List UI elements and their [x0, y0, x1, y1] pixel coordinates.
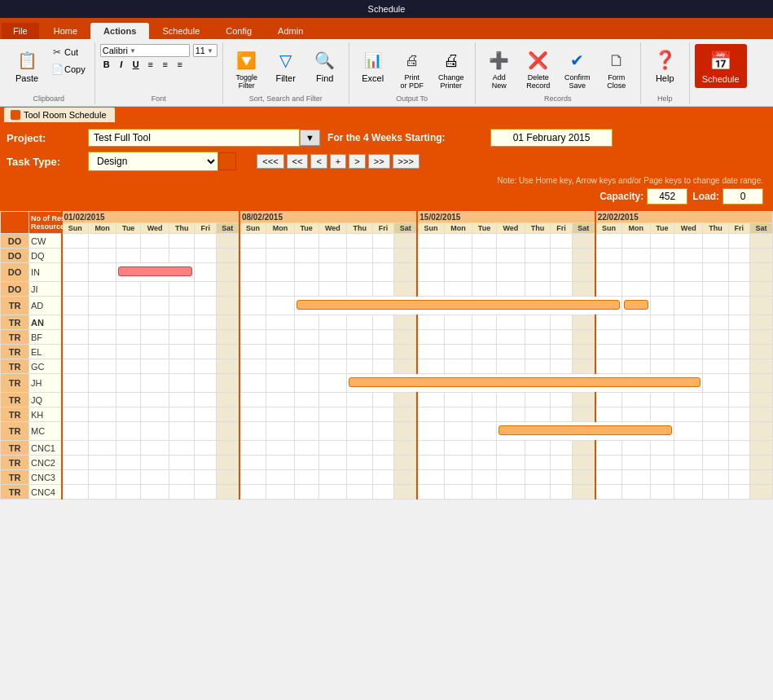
task-type-select[interactable]: Design: [88, 152, 218, 171]
day-cell[interactable]: [347, 345, 372, 359]
task-bar[interactable]: [349, 377, 701, 387]
day-cell[interactable]: [703, 470, 728, 485]
day-cell[interactable]: [266, 249, 294, 263]
day-cell[interactable]: [347, 374, 703, 393]
day-cell[interactable]: [417, 470, 444, 485]
day-cell[interactable]: [703, 393, 728, 407]
day-cell[interactable]: [347, 359, 372, 374]
day-cell[interactable]: [394, 407, 418, 422]
day-cell[interactable]: [62, 441, 89, 456]
day-cell[interactable]: [394, 359, 418, 374]
day-cell[interactable]: [266, 456, 294, 470]
day-cell[interactable]: [62, 359, 89, 374]
filter-button[interactable]: ▽ Filter: [267, 44, 305, 86]
day-cell[interactable]: [239, 441, 266, 456]
day-cell[interactable]: [294, 330, 318, 345]
day-cell[interactable]: [294, 234, 318, 249]
day-cell[interactable]: [62, 422, 89, 441]
day-cell[interactable]: [266, 282, 294, 297]
day-cell[interactable]: [417, 263, 444, 282]
day-cell[interactable]: [318, 470, 347, 485]
confirm-save-button[interactable]: ✔ ConfirmSave: [559, 44, 596, 93]
day-cell[interactable]: [141, 470, 169, 485]
day-cell[interactable]: [728, 456, 749, 470]
day-cell[interactable]: [622, 359, 650, 374]
day-cell[interactable]: [347, 282, 372, 297]
day-cell[interactable]: [318, 345, 347, 359]
day-cell[interactable]: [195, 249, 216, 263]
day-cell[interactable]: [347, 407, 372, 422]
day-cell[interactable]: [294, 297, 621, 315]
day-cell[interactable]: [622, 263, 650, 282]
project-dropdown[interactable]: ▼: [300, 130, 320, 146]
day-cell[interactable]: [525, 315, 550, 330]
day-cell[interactable]: [622, 249, 650, 263]
day-cell[interactable]: [239, 297, 266, 315]
day-cell[interactable]: [496, 407, 525, 422]
day-cell[interactable]: [703, 330, 728, 345]
day-cell[interactable]: [62, 407, 89, 422]
day-cell[interactable]: [444, 263, 472, 282]
day-cell[interactable]: [417, 422, 444, 441]
day-cell[interactable]: [195, 234, 216, 249]
day-cell[interactable]: [444, 330, 472, 345]
day-cell[interactable]: [674, 422, 703, 441]
day-cell[interactable]: [496, 456, 525, 470]
day-cell[interactable]: [116, 315, 141, 330]
day-cell[interactable]: [266, 345, 294, 359]
day-cell[interactable]: [728, 345, 749, 359]
day-cell[interactable]: [294, 393, 318, 407]
day-cell[interactable]: [195, 393, 216, 407]
day-cell[interactable]: [195, 330, 216, 345]
day-cell[interactable]: [347, 330, 372, 345]
day-cell[interactable]: [650, 407, 674, 422]
day-cell[interactable]: [703, 456, 728, 470]
day-cell[interactable]: [750, 407, 773, 422]
change-printer-button[interactable]: 🖨 ChangePrinter: [433, 44, 470, 93]
nav-plus-button[interactable]: +: [330, 154, 346, 169]
day-cell[interactable]: [622, 456, 650, 470]
day-cell[interactable]: [472, 441, 497, 456]
day-cell[interactable]: [116, 263, 195, 282]
day-cell[interactable]: [551, 470, 572, 485]
day-cell[interactable]: [169, 345, 195, 359]
day-cell[interactable]: [750, 359, 773, 374]
day-cell[interactable]: [239, 393, 266, 407]
day-cell[interactable]: [394, 470, 418, 485]
day-cell[interactable]: [551, 282, 572, 297]
day-cell[interactable]: [650, 282, 674, 297]
day-cell[interactable]: [169, 422, 195, 441]
day-cell[interactable]: [372, 282, 393, 297]
day-cell[interactable]: [318, 234, 347, 249]
day-cell[interactable]: [394, 263, 418, 282]
day-cell[interactable]: [703, 407, 728, 422]
day-cell[interactable]: [141, 282, 169, 297]
day-cell[interactable]: [294, 374, 318, 393]
day-cell[interactable]: [728, 263, 749, 282]
day-cell[interactable]: [595, 485, 622, 500]
day-cell[interactable]: [216, 456, 239, 470]
day-cell[interactable]: [347, 249, 372, 263]
day-cell[interactable]: [703, 345, 728, 359]
day-cell[interactable]: [525, 249, 550, 263]
day-cell[interactable]: [750, 315, 773, 330]
day-cell[interactable]: [347, 263, 372, 282]
day-cell[interactable]: [116, 470, 141, 485]
day-cell[interactable]: [216, 393, 239, 407]
day-cell[interactable]: [195, 456, 216, 470]
day-cell[interactable]: [216, 330, 239, 345]
day-cell[interactable]: [169, 249, 195, 263]
toggle-filter-button[interactable]: 🔽 ToggleFilter: [228, 44, 266, 93]
day-cell[interactable]: [472, 407, 497, 422]
day-cell[interactable]: [703, 422, 728, 441]
paste-button[interactable]: 📋 Paste: [8, 44, 46, 86]
day-cell[interactable]: [703, 249, 728, 263]
tab-admin[interactable]: Admin: [265, 23, 316, 39]
day-cell[interactable]: [595, 282, 622, 297]
day-cell[interactable]: [141, 315, 169, 330]
day-cell[interactable]: [728, 393, 749, 407]
day-cell[interactable]: [372, 345, 393, 359]
day-cell[interactable]: [394, 422, 418, 441]
nav-prev2-button[interactable]: <<: [287, 154, 309, 169]
day-cell[interactable]: [169, 470, 195, 485]
